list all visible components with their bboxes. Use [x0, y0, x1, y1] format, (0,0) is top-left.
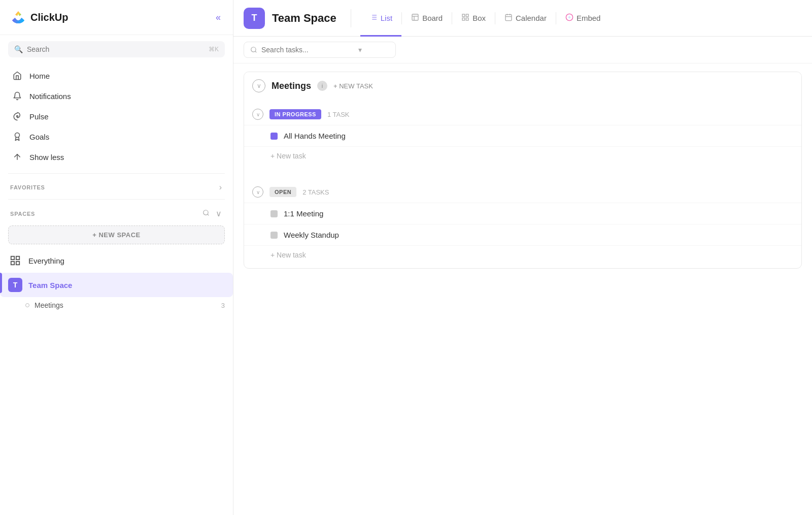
- chevron-left-icon: «: [216, 12, 221, 22]
- meetings-info-icon[interactable]: i: [317, 81, 327, 91]
- open-task-count: 2 TASKS: [302, 188, 329, 196]
- sidebar-bottom-blur: [0, 495, 233, 515]
- clickup-logo-icon: [10, 9, 26, 25]
- tab-embed[interactable]: Embed: [556, 1, 610, 37]
- svg-rect-15: [412, 14, 418, 20]
- calendar-tab-icon: [504, 13, 513, 23]
- spaces-title: SPACES: [10, 211, 35, 217]
- open-add-task[interactable]: + New task: [244, 246, 801, 264]
- home-label: Home: [29, 72, 50, 80]
- sidebar-collapse-button[interactable]: «: [214, 10, 223, 25]
- favorites-section-header: FAVORITES ›: [0, 178, 233, 195]
- sidebar-item-pulse[interactable]: Pulse: [4, 106, 229, 126]
- notifications-label: Notifications: [29, 92, 71, 101]
- tab-calendar[interactable]: Calendar: [495, 1, 556, 37]
- sidebar-item-show-less[interactable]: Show less: [4, 147, 229, 167]
- open-collapse-button[interactable]: ∨: [252, 186, 263, 198]
- show-less-label: Show less: [29, 153, 64, 162]
- active-indicator: [0, 273, 2, 293]
- space-name-header: Team Space: [272, 12, 336, 25]
- task-status-dot-gray-2: [270, 232, 278, 239]
- embed-tab-icon: [565, 13, 573, 23]
- tab-calendar-label: Calendar: [516, 14, 547, 22]
- svg-rect-6: [16, 256, 19, 260]
- task-search-bar[interactable]: ▾: [244, 42, 396, 58]
- in-progress-task-count: 1 TASK: [327, 111, 350, 118]
- pulse-icon: [12, 111, 22, 121]
- spaces-expand-button[interactable]: ∨: [215, 208, 223, 219]
- meetings-new-task-button[interactable]: + NEW TASK: [333, 82, 373, 90]
- new-space-button[interactable]: + NEW SPACE: [8, 226, 225, 244]
- sidebar-item-notifications[interactable]: Notifications: [4, 86, 229, 106]
- sidebar: ClickUp « 🔍 ⌘K Home: [0, 0, 233, 515]
- favorites-expand-button[interactable]: ›: [218, 182, 223, 193]
- tab-board[interactable]: Board: [402, 1, 452, 37]
- team-space-icon: T: [8, 278, 22, 292]
- divider-1: [8, 173, 225, 174]
- svg-rect-7: [11, 262, 14, 265]
- meetings-collapse-button[interactable]: ∨: [252, 79, 265, 92]
- spaces-search-button[interactable]: [201, 208, 211, 219]
- logo-area: ClickUp: [10, 9, 68, 25]
- task-status-dot-purple: [270, 133, 278, 140]
- tab-box[interactable]: Box: [452, 1, 495, 37]
- search-input[interactable]: [27, 45, 205, 53]
- task-search-input[interactable]: [261, 46, 350, 54]
- space-avatar: T: [244, 8, 265, 29]
- meetings-group: ∨ Meetings i + NEW TASK ∨ IN PROGRESS 1 …: [244, 72, 802, 269]
- meetings-list-label: Meetings: [35, 301, 63, 309]
- tab-embed-label: Embed: [577, 14, 601, 22]
- task-name-standup: Weekly Standup: [284, 231, 339, 239]
- list-content: ∨ Meetings i + NEW TASK ∨ IN PROGRESS 1 …: [233, 63, 812, 515]
- table-row[interactable]: All Hands Meeting: [244, 125, 801, 147]
- sidebar-item-everything[interactable]: Everything: [0, 248, 233, 273]
- everything-icon: [8, 253, 22, 268]
- tab-list[interactable]: List: [360, 1, 401, 37]
- table-row[interactable]: 1:1 Meeting: [244, 203, 801, 224]
- in-progress-status-group: ∨ IN PROGRESS 1 TASK All Hands Meeting +…: [244, 100, 801, 169]
- svg-rect-20: [462, 18, 465, 20]
- sidebar-item-home[interactable]: Home: [4, 66, 229, 86]
- team-space-row: T Team Space: [0, 273, 233, 297]
- search-bar[interactable]: 🔍 ⌘K: [8, 41, 225, 57]
- search-dropdown-icon[interactable]: ▾: [358, 46, 362, 54]
- svg-point-3: [204, 210, 208, 214]
- svg-rect-8: [16, 262, 19, 265]
- svg-rect-18: [462, 14, 465, 17]
- main-header: T Team Space List Board: [233, 0, 812, 37]
- svg-rect-21: [466, 18, 468, 20]
- task-name-all-hands: All Hands Meeting: [284, 132, 346, 140]
- spaces-actions: ∨: [201, 208, 223, 219]
- list-item-dot-icon: [25, 303, 29, 307]
- spaces-section-header: SPACES ∨: [0, 204, 233, 221]
- svg-line-4: [208, 214, 209, 215]
- meetings-group-name: Meetings: [272, 81, 311, 91]
- header-divider: [351, 9, 351, 27]
- in-progress-status-header: ∨ IN PROGRESS 1 TASK: [244, 104, 801, 125]
- home-icon: [12, 71, 22, 81]
- tab-box-label: Box: [472, 14, 486, 22]
- nav-section: Home Notifications Pulse: [0, 63, 233, 169]
- in-progress-collapse-button[interactable]: ∨: [252, 109, 263, 120]
- list-item-meetings[interactable]: Meetings 3: [0, 297, 233, 313]
- task-search-icon: [250, 46, 257, 53]
- main-content: T Team Space List Board: [233, 0, 812, 515]
- svg-point-26: [251, 47, 256, 52]
- svg-rect-5: [11, 256, 14, 260]
- tab-list-label: List: [381, 14, 392, 22]
- goals-icon: [12, 132, 22, 142]
- svg-point-0: [17, 116, 18, 117]
- table-row[interactable]: Weekly Standup: [244, 224, 801, 246]
- team-space-label: Team Space: [28, 281, 72, 289]
- favorites-title: FAVORITES: [10, 184, 45, 190]
- in-progress-badge: IN PROGRESS: [269, 109, 321, 119]
- in-progress-add-task[interactable]: + New task: [244, 147, 801, 165]
- pulse-label: Pulse: [29, 112, 49, 121]
- goals-label: Goals: [29, 133, 49, 141]
- sidebar-item-goals[interactable]: Goals: [4, 126, 229, 147]
- open-status-group: ∨ OPEN 2 TASKS 1:1 Meeting Weekly Standu…: [244, 177, 801, 268]
- meetings-group-header: ∨ Meetings i + NEW TASK: [244, 72, 801, 100]
- divider-2: [8, 199, 225, 200]
- bell-icon: [12, 91, 22, 101]
- sidebar-item-team-space[interactable]: T Team Space: [0, 273, 233, 297]
